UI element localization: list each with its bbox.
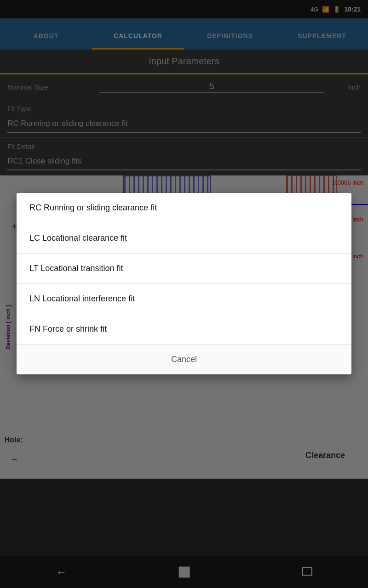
fit-type-dialog: RC Running or sliding clearance fit LC L…: [17, 193, 351, 374]
dialog-cancel-button[interactable]: Cancel: [17, 345, 351, 374]
dialog-item-lc[interactable]: LC Locational clearance fit: [17, 223, 351, 254]
dialog-item-fn[interactable]: FN Force or shrink fit: [17, 314, 351, 345]
dialog-item-rc[interactable]: RC Running or sliding clearance fit: [17, 193, 351, 223]
dialog-item-ln[interactable]: LN Locational interference fit: [17, 284, 351, 314]
dialog-item-lt[interactable]: LT Locational transition fit: [17, 254, 351, 284]
